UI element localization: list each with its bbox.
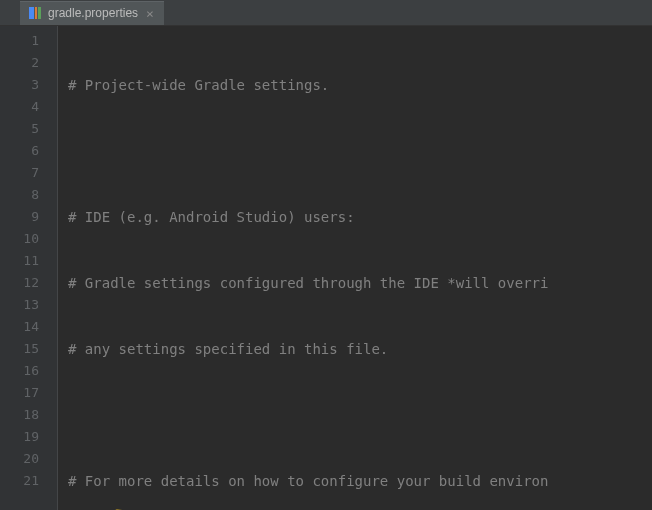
line-number[interactable]: 4 [0,96,39,118]
line-number[interactable]: 10 [0,228,39,250]
tab-filename: gradle.properties [48,6,138,20]
close-icon[interactable]: × [144,6,156,21]
line-number[interactable]: 17 [0,382,39,404]
line-number[interactable]: 2 [0,52,39,74]
properties-file-icon [28,6,42,20]
editor: 1 2 3 4 5 6 7 8 9 10 11 12 13 14 15 16 1… [0,26,652,510]
line-number[interactable]: 18 [0,404,39,426]
line-number[interactable]: 1 [0,30,39,52]
line-number[interactable]: 9 [0,206,39,228]
code-area[interactable]: # Project-wide Gradle settings. # IDE (e… [58,26,652,510]
line-number[interactable]: 5 [0,118,39,140]
file-tab[interactable]: gradle.properties × [20,1,164,25]
svg-rect-1 [35,7,37,19]
svg-rect-2 [38,7,41,19]
code-line: # Gradle settings configured through the… [68,275,548,291]
code-line: # any settings specified in this file. [68,341,388,357]
svg-rect-0 [29,7,34,19]
line-number[interactable]: 16 [0,360,39,382]
code-line: # For more details on how to configure y… [68,473,548,489]
line-number[interactable]: 14 [0,316,39,338]
line-number[interactable]: 20 [0,448,39,470]
line-number[interactable]: 7 [0,162,39,184]
line-number[interactable]: 6 [0,140,39,162]
line-number[interactable]: 12 [0,272,39,294]
line-number[interactable]: 13 [0,294,39,316]
line-number[interactable]: 11 [0,250,39,272]
line-number[interactable]: 19 [0,426,39,448]
line-number[interactable]: 21 [0,470,39,492]
code-line: # IDE (e.g. Android Studio) users: [68,209,355,225]
line-number[interactable]: 8 [0,184,39,206]
tab-bar: gradle.properties × [0,0,652,26]
code-line: # Project-wide Gradle settings. [68,77,329,93]
line-number[interactable]: 3 [0,74,39,96]
line-number[interactable]: 15 [0,338,39,360]
line-number-gutter: 1 2 3 4 5 6 7 8 9 10 11 12 13 14 15 16 1… [0,26,58,510]
